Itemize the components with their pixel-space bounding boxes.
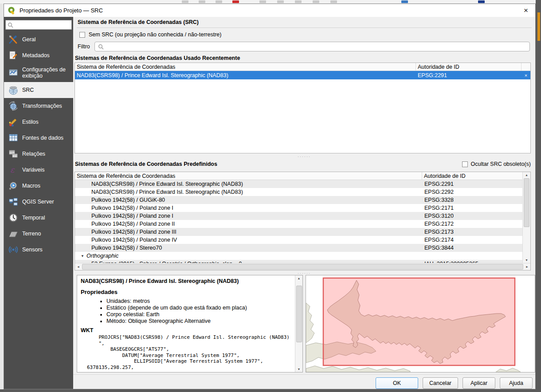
scroll-down-icon[interactable]: ▼ [523,257,530,263]
column-header-crs[interactable]: Sistema de Referência de Coordenadas [75,172,422,180]
scroll-down-icon[interactable]: ▼ [296,366,302,372]
sidebar: Geral Metadados Configurações de exibiçã… [4,17,73,389]
remove-recent-icon[interactable]: × [521,73,530,78]
dialog-button[interactable]: OK [376,377,418,389]
sidebar-item-src[interactable]: SRC [4,82,73,98]
background-browser-sliver [537,12,540,41]
recent-crs-table: Sistema de Referência de Coordenadas Aut… [74,63,531,153]
sidebar-item-terreno[interactable]: Terreno [4,226,73,242]
predefined-table-header: Sistema de Referência de Coordenadas Aut… [75,172,522,180]
crs-name-cell: Pulkovo 1942(58) / Stereo70 [75,245,422,251]
sidebar-item-label: Temporal [22,215,45,221]
crs-authority-cell: EPSG:2172 [422,221,522,227]
sidebar-item-variaveis[interactable]: ε Variáveis [4,162,73,178]
sidebar-item-relacoes[interactable]: Relações [4,146,73,162]
no-crs-checkbox[interactable] [79,32,85,38]
table-row[interactable]: ▼ Pulkovo 1942(58) / Stereo70 EPSG:3844 [75,244,522,252]
scrollbar-thumb[interactable] [524,178,529,227]
recent-crs-title: Sistemas de Referência de Coordenadas Us… [75,55,240,61]
dialog-button[interactable]: Ajuda [500,377,533,389]
filter-input[interactable] [106,43,526,50]
sidebar-item-label: SRC [22,87,34,93]
sidebar-item-qgis-server[interactable]: QGIS Server [4,194,73,210]
data-sources-icon [8,133,18,143]
scroll-up-icon[interactable]: ▲ [296,275,302,281]
crs-name-cell: Pulkovo 1942(58) / Poland zone I [75,213,422,219]
horizontal-scrollbar[interactable]: ◄ ► [75,263,530,270]
search-icon [8,22,13,28]
variables-icon: ε [8,165,18,175]
toolbar-fragment [330,0,337,3]
extent-preview-map [306,275,535,372]
table-row[interactable]: ▼ Pulkovo 1942(58) / Poland zone II EPSG… [75,220,522,228]
section-separator [77,27,532,28]
hide-deprecated-checkbox[interactable] [462,161,468,167]
table-row[interactable]: ▼ Pulkovo 1942(58) / Poland zone I EPSG:… [75,204,522,212]
display-settings-icon [8,68,18,78]
toolbar-fragment [401,0,408,3]
table-row[interactable]: ▼ 52 Europa (2015) - Sphere / Ocentric /… [75,260,522,263]
sidebar-item-macros[interactable]: Macros [4,178,73,194]
sidebar-item-label: Metadados [22,52,50,59]
scroll-left-icon[interactable]: ◄ [75,264,82,270]
sidebar-item-label: Estilos [22,119,39,125]
column-header-crs[interactable]: Sistema de Referência de Coordenadas [75,63,416,71]
table-row[interactable]: ▼ Pulkovo 1942(58) / Poland zone III EPS… [75,228,522,236]
toolbar-fragment [216,0,222,3]
sidebar-item-metadados[interactable]: Metadados [4,47,73,63]
toolbar-fragment [232,0,239,3]
sidebar-search-input[interactable] [15,21,70,28]
toolbar-fragment [277,0,284,3]
sidebar-search-box[interactable] [5,20,72,30]
sidebar-item-transformacoes[interactable]: Transformações [4,98,73,114]
sidebar-item-configuracoes-de-exibicao[interactable]: Configurações de exibição [4,63,73,82]
no-crs-row: Sem SRC (ou projeção não conhecida / não… [79,31,221,38]
sidebar-item-label: Macros [22,183,40,189]
predefined-crs-title: Sistemas de Referência de Coordenadas Pr… [75,161,217,167]
splitter-handle[interactable]: ······ [73,272,535,274]
table-row[interactable]: ▼ Pulkovo 1942(58) / Poland zone I EPSG:… [75,212,522,220]
column-header-authority[interactable]: Autoridade de ID [416,63,521,71]
table-row[interactable]: ▼ NAD83(CSRS98) / Prince Edward Isl. Ste… [75,180,522,188]
sidebar-item-fontes-de-dados[interactable]: Fontes de dados [4,130,73,146]
sidebar-item-estilos[interactable]: Estilos [4,114,73,130]
recent-crs-selected-row[interactable]: NAD83(CSRS98) / Prince Edward Isl. Stere… [75,71,530,79]
splitter-handle[interactable]: ······ [73,155,535,158]
sidebar-item-sensors[interactable]: Sensors [4,242,73,258]
dialog-titlebar[interactable]: Propriedades do Projeto — SRC × [4,4,535,17]
crs-globe-icon [8,85,18,95]
sidebar-item-label: Terreno [22,231,41,237]
table-row[interactable]: ▼ Pulkovo 1942(58) / Poland zone IV EPSG… [75,236,522,244]
search-icon [98,44,104,50]
crs-authority-cell: EPSG:2171 [422,205,522,211]
collapse-triangle-icon[interactable]: ▼ [81,254,85,258]
table-row[interactable]: ▼ NAD83(CSRS98) / Prince Edward Isl. Ste… [75,188,522,196]
column-header-authority[interactable]: Autoridade de ID [422,172,522,180]
metadata-icon [8,51,18,60]
sidebar-item-label: Variáveis [22,167,44,173]
no-crs-label: Sem SRC (ou projeção não conhecida / não… [89,31,221,38]
sidebar-item-geral[interactable]: Geral [4,31,73,47]
vertical-scrollbar[interactable]: ▲ ▼ [295,275,302,372]
sidebar-item-temporal[interactable]: Temporal [4,210,73,226]
crs-details-title: NAD83(CSRS98) / Prince Edward Isl. Stere… [81,278,293,284]
crs-name-cell: Pulkovo 1942(58) / Poland zone II [75,221,422,227]
scroll-up-icon[interactable]: ▲ [523,172,530,178]
dialog-button[interactable]: Cancelar [423,377,458,389]
crs-name-cell: Pulkovo 1942(58) / GUGiK-80 [75,197,422,203]
close-icon[interactable]: × [517,4,535,17]
scrollbar-thumb[interactable] [296,286,302,342]
property-item: Unidades: metros [106,298,293,305]
property-item: Método: Oblique Stereographic Alternativ… [106,318,293,325]
filter-label: Filtro [78,43,90,50]
table-row[interactable]: ▼ Pulkovo 1942(58) / GUGiK-80 EPSG:3328 [75,196,522,204]
crs-name-cell: Pulkovo 1942(58) / Poland zone I [75,205,422,211]
table-row[interactable]: ▼ Orthographic [75,252,522,260]
vertical-scrollbar[interactable]: ▲ ▼ [522,172,530,263]
dialog-title: Propriedades do Projeto — SRC [20,7,103,14]
transform-globe-icon [8,101,18,111]
dialog-button[interactable]: Aplicar [463,377,495,389]
scroll-right-icon[interactable]: ► [524,264,530,270]
scrollbar-thumb[interactable] [82,264,523,270]
filter-input-box[interactable] [94,42,530,51]
